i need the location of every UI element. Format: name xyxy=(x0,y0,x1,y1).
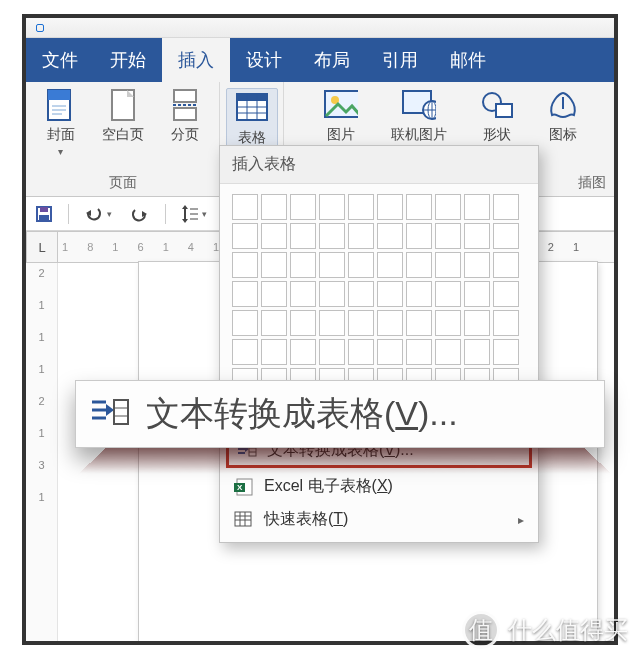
grid-cell[interactable] xyxy=(261,223,287,249)
grid-cell[interactable] xyxy=(319,339,345,365)
grid-cell[interactable] xyxy=(464,223,490,249)
grid-cell[interactable] xyxy=(290,194,316,220)
menu-quick-tables[interactable]: 快速表格(T) ▸ xyxy=(220,503,538,536)
table-dropdown: 插入表格 文本转换成表格(V)... X Excel 电子表格(X) 快速表格(… xyxy=(219,145,539,543)
grid-cell[interactable] xyxy=(348,194,374,220)
grid-cell[interactable] xyxy=(319,310,345,336)
grid-cell[interactable] xyxy=(377,194,403,220)
grid-cell[interactable] xyxy=(464,339,490,365)
vertical-ruler[interactable]: 2 1 1 1 2 1 3 1 xyxy=(26,263,58,645)
ribbon-tabs: 文件 开始 插入 设计 布局 引用 邮件 xyxy=(26,38,614,82)
blank-page-label: 空白页 xyxy=(102,126,144,144)
grid-cell[interactable] xyxy=(290,252,316,278)
grid-cell[interactable] xyxy=(493,194,519,220)
grid-cell[interactable] xyxy=(232,310,258,336)
tab-layout[interactable]: 布局 xyxy=(298,38,366,82)
save-button[interactable] xyxy=(32,203,56,225)
grid-cell[interactable] xyxy=(290,310,316,336)
grid-cell[interactable] xyxy=(261,252,287,278)
menu-excel-spreadsheet[interactable]: X Excel 电子表格(X) xyxy=(220,470,538,503)
grid-cell[interactable] xyxy=(435,281,461,307)
grid-cell[interactable] xyxy=(435,310,461,336)
grid-cell[interactable] xyxy=(377,223,403,249)
blank-page-button[interactable]: 空白页 xyxy=(99,88,147,157)
grid-cell[interactable] xyxy=(377,339,403,365)
grid-cell[interactable] xyxy=(464,310,490,336)
svg-rect-42 xyxy=(40,207,48,212)
picture-label: 图片 xyxy=(327,126,355,144)
grid-cell[interactable] xyxy=(290,339,316,365)
cover-page-label: 封面 xyxy=(47,126,75,144)
svg-rect-36 xyxy=(235,512,251,526)
page-break-label: 分页 xyxy=(171,126,199,144)
grid-cell[interactable] xyxy=(232,339,258,365)
online-pictures-label: 联机图片 xyxy=(391,126,447,144)
page-break-button[interactable]: 分页 xyxy=(161,88,209,157)
grid-cell[interactable] xyxy=(319,252,345,278)
grid-cell[interactable] xyxy=(319,281,345,307)
grid-cell[interactable] xyxy=(232,223,258,249)
grid-cell[interactable] xyxy=(377,252,403,278)
svg-marker-47 xyxy=(182,205,188,209)
grid-cell[interactable] xyxy=(348,252,374,278)
watermark: 值 什么值得买 xyxy=(462,611,628,649)
undo-button[interactable]: ▾ xyxy=(81,204,115,224)
grid-cell[interactable] xyxy=(290,281,316,307)
grid-cell[interactable] xyxy=(406,252,432,278)
grid-cell[interactable] xyxy=(232,281,258,307)
grid-cell[interactable] xyxy=(348,223,374,249)
grid-cell[interactable] xyxy=(348,281,374,307)
grid-cell[interactable] xyxy=(261,339,287,365)
grid-cell[interactable] xyxy=(435,194,461,220)
zoom-label: 文本转换成表格(V)... xyxy=(146,391,458,437)
grid-cell[interactable] xyxy=(493,281,519,307)
tab-file[interactable]: 文件 xyxy=(26,38,94,82)
grid-cell[interactable] xyxy=(464,252,490,278)
svg-rect-11 xyxy=(237,94,267,101)
redo-button[interactable] xyxy=(127,204,153,224)
grid-cell[interactable] xyxy=(406,310,432,336)
svg-rect-7 xyxy=(174,90,196,102)
grid-cell[interactable] xyxy=(377,281,403,307)
line-spacing-button[interactable]: ▾ xyxy=(178,203,210,225)
grid-cell[interactable] xyxy=(261,310,287,336)
tab-home[interactable]: 开始 xyxy=(94,38,162,82)
grid-cell[interactable] xyxy=(290,223,316,249)
grid-cell[interactable] xyxy=(232,252,258,278)
grid-cell[interactable] xyxy=(377,310,403,336)
grid-cell[interactable] xyxy=(406,194,432,220)
grid-cell[interactable] xyxy=(493,310,519,336)
grid-cell[interactable] xyxy=(261,281,287,307)
group-illustrations-label: 插图 xyxy=(578,174,606,192)
tab-refs[interactable]: 引用 xyxy=(366,38,434,82)
tab-design[interactable]: 设计 xyxy=(230,38,298,82)
grid-cell[interactable] xyxy=(261,194,287,220)
grid-cell[interactable] xyxy=(493,223,519,249)
grid-cell[interactable] xyxy=(348,310,374,336)
grid-cell[interactable] xyxy=(319,194,345,220)
grid-cell[interactable] xyxy=(406,339,432,365)
zoom-callout: 文本转换成表格(V)... xyxy=(75,380,605,448)
dropdown-title: 插入表格 xyxy=(220,146,538,184)
tab-mail[interactable]: 邮件 xyxy=(434,38,502,82)
grid-cell[interactable] xyxy=(464,194,490,220)
grid-cell[interactable] xyxy=(406,281,432,307)
grid-cell[interactable] xyxy=(493,252,519,278)
separator xyxy=(68,204,69,224)
grid-cell[interactable] xyxy=(435,223,461,249)
icons-button[interactable]: 图标 xyxy=(539,88,587,157)
blank-page-icon xyxy=(106,88,140,122)
grid-cell[interactable] xyxy=(464,281,490,307)
grid-cell[interactable] xyxy=(319,223,345,249)
grid-cell[interactable] xyxy=(435,339,461,365)
grid-cell[interactable] xyxy=(232,194,258,220)
grid-cell[interactable] xyxy=(348,339,374,365)
grid-cell[interactable] xyxy=(435,252,461,278)
grid-cell[interactable] xyxy=(406,223,432,249)
grid-cell[interactable] xyxy=(493,339,519,365)
convert-text-icon xyxy=(90,396,130,432)
tab-selector[interactable]: L xyxy=(26,231,58,263)
tab-insert[interactable]: 插入 xyxy=(162,38,230,82)
cover-page-button[interactable]: 封面 ▾ xyxy=(37,88,85,157)
menu-quick-label: 快速表格(T) xyxy=(264,509,348,530)
